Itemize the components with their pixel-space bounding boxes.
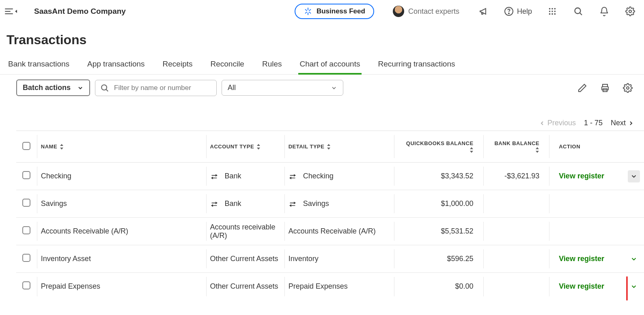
cell-detail-type: Checking: [284, 163, 394, 190]
table-settings-icon[interactable]: [622, 82, 633, 94]
row-action-menu-toggle[interactable]: [628, 170, 640, 182]
type-filter-select[interactable]: All: [222, 80, 343, 96]
column-account-type[interactable]: ACCOUNT TYPE: [210, 144, 261, 150]
cell-qb-balance: $3,343.52: [394, 163, 483, 190]
pager-next[interactable]: Next: [611, 119, 634, 127]
cell-name: Inventory Asset: [37, 245, 206, 273]
row-checkbox[interactable]: [22, 171, 30, 179]
row-checkbox[interactable]: [22, 199, 30, 207]
row-checkbox[interactable]: [22, 226, 30, 234]
type-filter-value: All: [228, 84, 236, 92]
svg-point-6: [551, 11, 553, 12]
view-register-link[interactable]: View register: [559, 255, 604, 263]
cell-bank-balance: [483, 245, 549, 273]
accounts-table: NAME ACCOUNT TYPE DETAIL TYPE QUICKBOOKS…: [16, 131, 644, 300]
batch-actions-button[interactable]: Batch actions: [16, 79, 90, 96]
batch-actions-label: Batch actions: [23, 84, 71, 92]
tab-receipts[interactable]: Receipts: [161, 55, 194, 74]
svg-point-12: [629, 10, 631, 13]
column-bank-balance[interactable]: BANK BALANCE: [494, 140, 539, 152]
svg-point-10: [554, 13, 556, 15]
cell-name: Savings: [37, 190, 206, 218]
chevron-down-icon: [331, 85, 337, 91]
notifications-icon[interactable]: [599, 6, 610, 17]
transfer-icon: [210, 201, 218, 207]
cell-detail-type: Inventory: [284, 245, 394, 273]
table-row: CheckingBankChecking$3,343.52-$3,621.93V…: [16, 163, 644, 190]
cell-bank-balance: -$3,621.93: [483, 163, 549, 190]
filter-input[interactable]: [113, 84, 211, 92]
cell-bank-balance: [483, 190, 549, 218]
tab-rules[interactable]: Rules: [261, 55, 284, 74]
cell-name: Accounts Receivable (A/R): [37, 218, 206, 245]
tab-recurring-transactions[interactable]: Recurring transactions: [376, 55, 457, 74]
chevron-down-icon: [77, 85, 84, 91]
transfer-icon: [289, 201, 297, 207]
svg-point-5: [549, 11, 551, 12]
search-icon[interactable]: [573, 6, 584, 17]
svg-point-2: [549, 8, 551, 10]
cell-bank-balance: [483, 218, 549, 245]
cell-name: Prepaid Expenses: [37, 273, 206, 300]
tab-reconcile[interactable]: Reconcile: [209, 55, 246, 74]
announcements-icon[interactable]: [478, 6, 489, 17]
svg-point-13: [101, 85, 107, 90]
print-icon[interactable]: [599, 82, 611, 94]
column-qb-balance[interactable]: QUICKBOOKS BALANCE: [406, 140, 474, 152]
tab-chart-of-accounts[interactable]: Chart of accounts: [298, 55, 362, 74]
help-label: Help: [517, 7, 532, 16]
tabs-bar: Bank transactionsApp transactionsReceipt…: [0, 55, 644, 75]
select-all-checkbox[interactable]: [22, 142, 30, 150]
svg-point-11: [575, 8, 581, 14]
view-register-link[interactable]: View register: [559, 282, 604, 291]
table-row: SavingsBankSavings$1,000.00: [16, 190, 644, 218]
contact-experts-button[interactable]: Contact experts: [393, 6, 459, 17]
hamburger-menu-icon[interactable]: [5, 6, 15, 17]
column-action: ACTION: [559, 144, 580, 150]
svg-point-4: [554, 8, 556, 10]
view-register-link[interactable]: View register: [559, 172, 604, 180]
row-action-menu-toggle[interactable]: [628, 253, 640, 265]
svg-point-3: [551, 8, 553, 10]
annotation-arrow-down: [623, 276, 631, 300]
cell-qb-balance: $1,000.00: [394, 190, 483, 218]
transfer-icon: [289, 173, 297, 180]
cell-detail-type: Prepaid Expenses: [284, 273, 394, 300]
svg-point-9: [551, 13, 553, 15]
cell-name: Checking: [37, 163, 206, 190]
table-row: Prepaid ExpensesOther Current AssetsPrep…: [16, 273, 644, 300]
help-button[interactable]: Help: [504, 6, 532, 16]
search-icon: [100, 84, 109, 92]
settings-icon[interactable]: [625, 6, 636, 17]
help-icon: [504, 6, 514, 16]
business-feed-button[interactable]: Business Feed: [295, 4, 374, 19]
cell-qb-balance: $596.25: [394, 245, 483, 273]
edit-pencil-icon[interactable]: [577, 82, 588, 94]
cell-detail-type: Savings: [284, 190, 394, 218]
svg-point-16: [627, 87, 629, 89]
pager-previous: Previous: [539, 119, 576, 127]
row-checkbox[interactable]: [22, 254, 30, 262]
business-feed-label: Business Feed: [317, 7, 365, 15]
cell-qb-balance: $5,531.52: [394, 218, 483, 245]
contact-experts-label: Contact experts: [408, 7, 459, 16]
filter-input-wrapper[interactable]: [95, 80, 217, 96]
page-title: Transactions: [0, 23, 644, 55]
cell-account-type: Accounts receivable (A/R): [206, 218, 284, 245]
apps-grid-icon[interactable]: [547, 6, 558, 17]
spark-icon: [304, 7, 312, 16]
svg-point-1: [508, 13, 509, 14]
row-checkbox[interactable]: [22, 281, 30, 289]
company-name: SaasAnt Demo Company: [34, 7, 126, 16]
tab-app-transactions[interactable]: App transactions: [86, 55, 146, 74]
avatar: [393, 6, 404, 17]
table-row: Accounts Receivable (A/R)Accounts receiv…: [16, 218, 644, 245]
cell-detail-type: Accounts Receivable (A/R): [284, 218, 394, 245]
table-row: Inventory AssetOther Current AssetsInven…: [16, 245, 644, 273]
column-detail-type[interactable]: DETAIL TYPE: [289, 144, 331, 150]
tab-bank-transactions[interactable]: Bank transactions: [6, 55, 71, 74]
cell-account-type: Other Current Assets: [206, 245, 284, 273]
cell-bank-balance: [483, 273, 549, 300]
svg-point-8: [549, 13, 551, 15]
column-name[interactable]: NAME: [41, 144, 64, 150]
